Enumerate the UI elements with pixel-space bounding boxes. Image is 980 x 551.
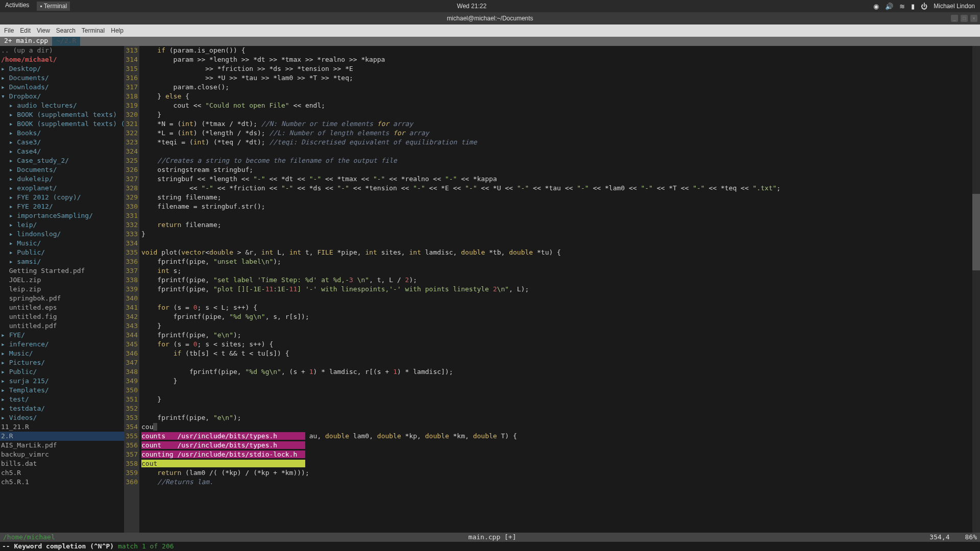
tab-2-r[interactable]: ~/2.R [52,37,80,46]
nerdtree-dir[interactable]: ▸ Case4/ [0,147,124,156]
nerdtree-file[interactable]: untitled.eps [0,303,124,312]
nerdtree-dir[interactable]: ▾ Dropbox/ [0,92,124,101]
code-line[interactable]: fprintf(pipe, "e\n"); [139,331,980,340]
power-icon[interactable]: ⏻ [921,3,927,10]
menu-search[interactable]: Search [56,27,76,34]
nerdtree-file[interactable]: springbok.pdf [0,294,124,303]
code-line[interactable]: return filename; [139,220,980,230]
code-line[interactable]: string filename; [139,193,980,202]
nerdtree-dir[interactable]: ▸ dukeleip/ [0,174,124,184]
nerdtree-file[interactable]: untitled.pdf [0,321,124,331]
volume-icon[interactable]: 🔊 [885,3,893,10]
nerdtree-dir[interactable]: ▸ importanceSampling/ [0,211,124,220]
nerdtree-updir[interactable]: .. (up a dir) [0,46,124,55]
code-line[interactable]: filename = stringbuf.str(); [139,202,980,211]
menu-terminal[interactable]: Terminal [82,27,105,34]
completion-item[interactable]: counting /usr/include/bits/stdio-lock.h [139,450,980,459]
nerdtree-dir[interactable]: ▸ lindonslog/ [0,230,124,239]
nerdtree-dir[interactable]: ▸ Documents/ [0,73,124,83]
nerdtree-dir[interactable]: ▸ samsi/ [0,257,124,266]
code-line[interactable] [139,294,980,303]
nerdtree-sidebar[interactable]: .. (up a dir) /home/michael/ ▸ Desktop/▸… [0,46,124,533]
code-line[interactable]: >> *U >> *tau >> *lam0 >> *T >> *teq; [139,73,980,83]
nerdtree-dir[interactable]: ▸ audio lectures/ [0,101,124,110]
menu-help[interactable]: Help [111,27,124,34]
code-line[interactable] [139,211,980,220]
code-line[interactable]: //Returns lam. [139,478,980,487]
nerdtree-file[interactable]: AIS_MarLik.pdf [0,441,124,450]
nerdtree-file[interactable]: bills.dat [0,459,124,468]
nerdtree-dir[interactable]: ▸ exoplanet/ [0,184,124,193]
code-line[interactable]: fprintf(pipe, "%d %g\n", s, r[s]); [139,312,980,321]
nerdtree-dir[interactable]: ▸ Templates/ [0,386,124,395]
code-line[interactable]: for (s = 0; s < sites; s++) { [139,340,980,349]
code-line[interactable]: << "-" << *friction << "-" << *ds << "-"… [139,184,980,193]
completion-item[interactable]: counts /usr/include/bits/types.h au, dou… [139,432,980,441]
nerdtree-dir[interactable]: ▸ test/ [0,395,124,404]
code-line[interactable]: param.close(); [139,83,980,92]
code-line[interactable]: *N = (int) (*tmax / *dt); //N: Number or… [139,119,980,129]
menu-edit[interactable]: Edit [20,27,31,34]
code-line[interactable]: fprintf(pipe, "plot [][-1E-11:1E-11] '-'… [139,285,980,294]
nerdtree-dir[interactable]: ▸ FYE 2012/ [0,202,124,211]
nerdtree-file[interactable]: ch5.R.1 [0,478,124,487]
nerdtree-dir[interactable]: ▸ Books/ [0,129,124,138]
maximize-button[interactable]: □ [961,15,968,22]
accessibility-icon[interactable]: ◉ [873,3,879,10]
nerdtree-dir[interactable]: ▸ BOOK (supplemental texts) [0,110,124,119]
code-line[interactable] [139,239,980,248]
topbar-user[interactable]: Michael Lindon [934,3,975,10]
nerdtree-dir[interactable]: ▸ surja 215/ [0,377,124,386]
code-line[interactable]: >> *friction >> *ds >> *tension >> *E [139,64,980,73]
code-line[interactable]: fprintf(pipe, "e\n"); [139,413,980,422]
menu-view[interactable]: View [37,27,50,34]
completion-item[interactable]: count /usr/include/bits/types.h [139,441,980,450]
code-line[interactable]: } [139,377,980,386]
nerdtree-dir[interactable]: ▸ BOOK (supplemental texts) ( [0,119,124,129]
code-line[interactable] [139,404,980,413]
code-line-cursor[interactable]: cou [139,422,980,432]
code-line[interactable]: int s; [139,266,980,276]
nerdtree-dir[interactable]: ▸ inference/ [0,340,124,349]
nerdtree-dir[interactable]: ▸ Music/ [0,349,124,358]
wifi-icon[interactable]: ≋ [899,3,905,10]
nerdtree-file[interactable]: 2.R [0,432,124,441]
nerdtree-dir[interactable]: ▸ Documents/ [0,165,124,174]
scrollbar-track[interactable] [972,46,980,533]
code-line[interactable] [139,386,980,395]
code-line[interactable]: if (tb[s] < t && t < tu[s]) { [139,349,980,358]
nerdtree-dir[interactable]: ▸ Downloads/ [0,83,124,92]
code-line[interactable]: } [139,110,980,119]
close-button[interactable]: × [970,15,977,22]
nerdtree-file[interactable]: leip.zip [0,285,124,294]
nerdtree-dir[interactable]: ▸ Videos/ [0,413,124,422]
nerdtree-dir[interactable]: ▸ Case_study_2/ [0,156,124,165]
menu-file[interactable]: File [4,27,14,34]
nerdtree-dir[interactable]: ▸ Public/ [0,248,124,257]
nerdtree-dir[interactable]: ▸ testdata/ [0,404,124,413]
code-line[interactable]: void plot(vector<double > &r, int L, int… [139,248,980,257]
activities-button[interactable]: Activities [5,2,29,11]
code-line[interactable]: if (param.is_open()) { [139,46,980,55]
code-line[interactable] [139,358,980,367]
battery-icon[interactable]: ▮ [911,3,915,10]
nerdtree-dir[interactable]: ▸ Case3/ [0,138,124,147]
code-editor[interactable]: if (param.is_open()) { param >> *length … [139,46,980,533]
code-line[interactable]: stringbuf << *length << "-" << *dt << "-… [139,174,980,184]
code-line[interactable]: ostringstream stringbuf; [139,165,980,174]
tab-main-cpp[interactable]: 2+ main.cpp [0,37,52,46]
topbar-clock[interactable]: Wed 21:22 [457,3,486,10]
code-line[interactable]: fprintf(pipe, "%d %g\n", (s + 1) * lamdi… [139,367,980,377]
code-line[interactable]: } [139,321,980,331]
code-line[interactable]: for (s = 0; s < L; s++) { [139,303,980,312]
nerdtree-dir[interactable]: ▸ Public/ [0,367,124,377]
scrollbar-thumb[interactable] [972,194,980,270]
nerdtree-dir[interactable]: ▸ FYE/ [0,331,124,340]
nerdtree-file[interactable]: JOEL.zip [0,276,124,285]
completion-item[interactable]: cout [139,459,980,468]
nerdtree-file[interactable]: backup_vimrc [0,450,124,459]
nerdtree-file[interactable]: 11_21.R [0,422,124,432]
minimize-button[interactable]: _ [951,15,958,22]
code-line[interactable]: fprintf(pipe, "unset label\n"); [139,257,980,266]
code-line[interactable]: fprintf(pipe, "set label 'Time Step: %d'… [139,276,980,285]
